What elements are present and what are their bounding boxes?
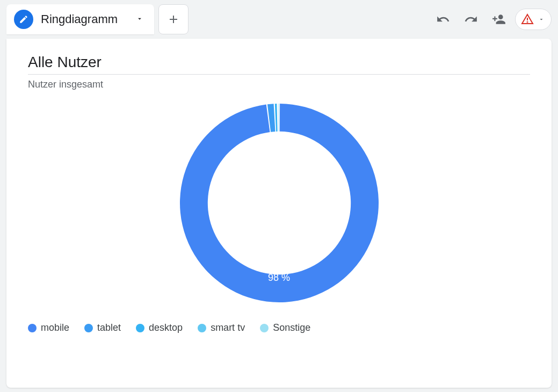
legend: mobiletabletdesktopsmart tvSonstige bbox=[28, 322, 530, 333]
legend-label: Sonstige bbox=[273, 322, 310, 333]
legend-label: desktop bbox=[149, 322, 183, 333]
card-title: Alle Nutzer bbox=[28, 54, 530, 75]
legend-label: tablet bbox=[97, 322, 121, 333]
legend-dot bbox=[84, 324, 93, 332]
legend-item[interactable]: desktop bbox=[136, 322, 183, 333]
chart-type-tab[interactable]: Ringdiagramm bbox=[6, 4, 154, 34]
card-subtitle: Nutzer insgesamt bbox=[28, 79, 530, 90]
legend-label: mobile bbox=[41, 322, 69, 333]
undo-icon bbox=[436, 12, 450, 26]
undo-button[interactable] bbox=[431, 8, 455, 31]
share-button[interactable] bbox=[487, 8, 511, 31]
legend-item[interactable]: mobile bbox=[28, 322, 69, 333]
person-add-icon bbox=[492, 12, 506, 26]
chart-card: Alle Nutzer Nutzer insgesamt 98 % mobile… bbox=[6, 39, 552, 388]
add-tab-button[interactable] bbox=[158, 4, 189, 34]
alert-icon bbox=[521, 13, 534, 26]
legend-item[interactable]: Sonstige bbox=[260, 322, 310, 333]
donut-slice[interactable] bbox=[274, 104, 277, 132]
donut-slice[interactable] bbox=[278, 104, 279, 132]
legend-item[interactable]: smart tv bbox=[198, 322, 245, 333]
edit-icon bbox=[14, 10, 33, 29]
donut-chart[interactable]: 98 % bbox=[177, 101, 381, 305]
legend-label: smart tv bbox=[211, 322, 245, 333]
legend-dot bbox=[260, 324, 269, 332]
redo-icon bbox=[464, 12, 478, 26]
legend-item[interactable]: tablet bbox=[84, 322, 121, 333]
chart-container: 98 % bbox=[28, 90, 530, 316]
plus-icon bbox=[167, 13, 180, 26]
chevron-down-icon bbox=[538, 16, 545, 23]
tab-label: Ringdiagramm bbox=[41, 12, 118, 26]
donut-slice[interactable] bbox=[278, 104, 278, 132]
legend-dot bbox=[136, 324, 144, 332]
toolbar: Ringdiagramm bbox=[0, 0, 558, 39]
legend-dot bbox=[28, 324, 37, 332]
legend-dot bbox=[198, 324, 206, 332]
redo-button[interactable] bbox=[459, 8, 483, 31]
chevron-down-icon bbox=[136, 15, 143, 24]
donut-primary-label: 98 % bbox=[268, 272, 290, 284]
svg-point-1 bbox=[527, 22, 528, 23]
alert-dropdown[interactable] bbox=[515, 9, 552, 30]
